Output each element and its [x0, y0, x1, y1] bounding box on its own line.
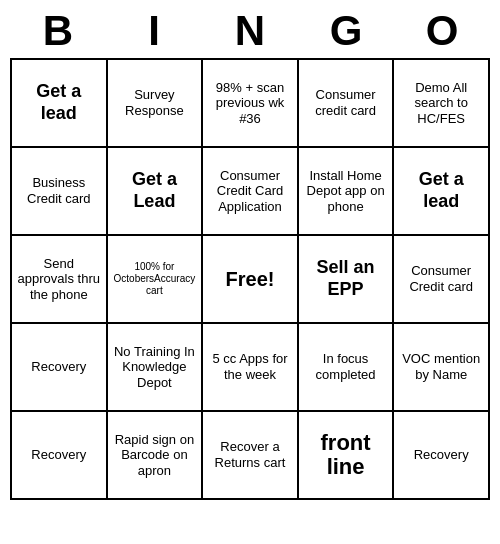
bingo-cell-20[interactable]: Recovery: [12, 412, 108, 500]
title-i: I: [106, 8, 202, 54]
bingo-cell-0[interactable]: Get a lead: [12, 60, 108, 148]
bingo-cell-17[interactable]: 5 cc Apps for the week: [203, 324, 299, 412]
bingo-cell-21[interactable]: Rapid sign on Barcode on apron: [108, 412, 204, 500]
bingo-cell-2[interactable]: 98% + scan previous wk #36: [203, 60, 299, 148]
title-g: G: [298, 8, 394, 54]
bingo-cell-3[interactable]: Consumer credit card: [299, 60, 395, 148]
bingo-cell-8[interactable]: Install Home Depot app on phone: [299, 148, 395, 236]
bingo-cell-13[interactable]: Sell an EPP: [299, 236, 395, 324]
bingo-cell-11[interactable]: 100% for OctobersAccuracy cart: [108, 236, 204, 324]
bingo-grid: Get a leadSurvey Response98% + scan prev…: [10, 58, 490, 500]
bingo-cell-19[interactable]: VOC mention by Name: [394, 324, 490, 412]
title-b: B: [10, 8, 106, 54]
bingo-cell-24[interactable]: Recovery: [394, 412, 490, 500]
bingo-cell-9[interactable]: Get a lead: [394, 148, 490, 236]
bingo-cell-12[interactable]: Free!: [203, 236, 299, 324]
bingo-cell-16[interactable]: No Training In Knowledge Depot: [108, 324, 204, 412]
bingo-cell-22[interactable]: Recover a Returns cart: [203, 412, 299, 500]
bingo-cell-14[interactable]: Consumer Credit card: [394, 236, 490, 324]
bingo-cell-10[interactable]: Send approvals thru the phone: [12, 236, 108, 324]
title-o: O: [394, 8, 490, 54]
bingo-cell-7[interactable]: Consumer Credit Card Application: [203, 148, 299, 236]
bingo-cell-15[interactable]: Recovery: [12, 324, 108, 412]
bingo-title: B I N G O: [10, 8, 490, 54]
bingo-cell-18[interactable]: In focus completed: [299, 324, 395, 412]
title-n: N: [202, 8, 298, 54]
bingo-cell-6[interactable]: Get a Lead: [108, 148, 204, 236]
bingo-cell-5[interactable]: Business Credit card: [12, 148, 108, 236]
bingo-cell-4[interactable]: Demo All search to HC/FES: [394, 60, 490, 148]
bingo-cell-1[interactable]: Survey Response: [108, 60, 204, 148]
bingo-container: B I N G O Get a leadSurvey Response98% +…: [10, 8, 490, 500]
bingo-cell-23[interactable]: front line: [299, 412, 395, 500]
